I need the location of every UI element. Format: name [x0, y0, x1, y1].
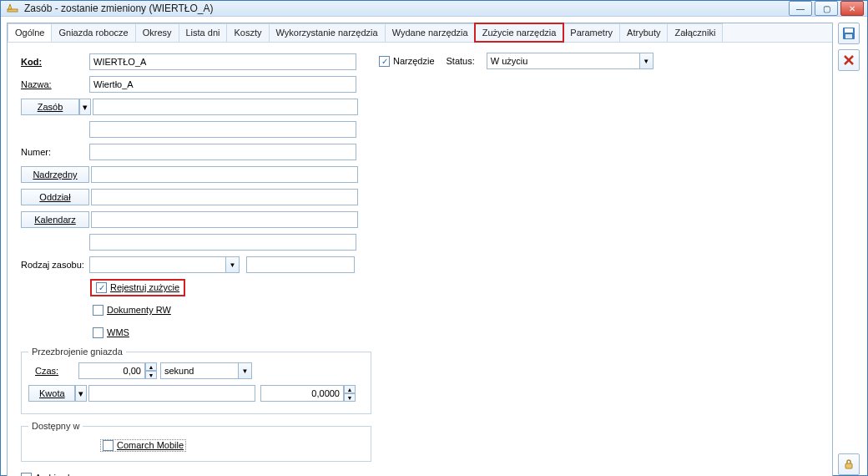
rodzaj-zasobu-extra-input[interactable] — [246, 256, 355, 273]
narzedzie-checkbox-wrap[interactable]: Narzędzie — [379, 56, 435, 67]
oddzial-button[interactable]: Oddział — [21, 189, 89, 205]
tab-atrybuty[interactable]: Atrybuty — [619, 23, 668, 42]
dostepny-group: Dostępny w Comarch Mobile — [21, 421, 371, 462]
chevron-down-icon[interactable]: ▼ — [225, 257, 239, 272]
narzedzie-label: Narzędzie — [393, 56, 435, 66]
client-area: OgólneGniazda roboczeOkresyLista dniKosz… — [1, 17, 867, 476]
minimize-button[interactable]: — — [789, 1, 812, 16]
kod-input[interactable] — [89, 53, 356, 70]
lock-button[interactable] — [838, 453, 860, 475]
kod-label: Kod: — [21, 57, 89, 67]
spin-down-icon[interactable]: ▼ — [145, 371, 157, 379]
kalendarz-extra-input[interactable] — [89, 234, 356, 251]
rejestruj-label: Rejestruj zużycie — [110, 282, 179, 292]
rodzaj-zasobu-combo[interactable]: ▼ — [89, 256, 240, 273]
kalendarz-button[interactable]: Kalendarz — [21, 211, 89, 228]
window: Zasób - zostanie zmieniony (WIERTŁO_A) —… — [0, 0, 868, 476]
tab-content-ogolne: Narzędzie Status: W użyciu ▼ Kod: Nazwa: — [8, 43, 832, 476]
status-label: Status: — [447, 56, 475, 66]
status-value: W użyciu — [487, 56, 639, 66]
window-buttons: — ▢ ✕ — [789, 1, 864, 16]
comarch-label: Comarch Mobile — [117, 440, 184, 450]
archiwalny-checkbox-wrap[interactable]: Archiwalny — [21, 473, 79, 477]
cancel-icon — [843, 54, 855, 66]
archiwalny-label: Archiwalny — [35, 473, 79, 476]
rejestruj-checkbox[interactable] — [96, 282, 107, 293]
nadrzedny-button[interactable]: Nadrzędny — [21, 166, 89, 183]
nazwa-label: Nazwa: — [21, 79, 89, 89]
zasob-arrow-button[interactable]: ▾ — [79, 99, 91, 115]
lock-icon — [843, 458, 855, 470]
wms-checkbox-wrap[interactable]: WMS — [93, 327, 129, 338]
kwota-num-input[interactable] — [260, 385, 344, 402]
dok-rw-checkbox-wrap[interactable]: Dokumenty RW — [93, 305, 171, 316]
tab-zużycie-narzędzia[interactable]: Zużycie narzędzia — [475, 23, 564, 42]
rejestruj-highlight: Rejestruj zużycie — [93, 281, 183, 294]
status-combo[interactable]: W użyciu ▼ — [487, 53, 654, 69]
maximize-button[interactable]: ▢ — [815, 1, 838, 16]
rejestruj-checkbox-wrap[interactable]: Rejestruj zużycie — [96, 282, 179, 293]
czas-unit-combo[interactable]: sekund ▼ — [160, 362, 252, 379]
close-button[interactable]: ✕ — [840, 1, 864, 16]
zasob-extra-input[interactable] — [89, 121, 356, 138]
tabs: OgólneGniazda roboczeOkresyLista dniKosz… — [8, 23, 832, 43]
tab-gniazda-robocze[interactable]: Gniazda robocze — [51, 23, 135, 42]
titlebar: Zasób - zostanie zmieniony (WIERTŁO_A) —… — [1, 1, 867, 17]
numer-input[interactable] — [89, 144, 356, 160]
przezbrojenie-group: Przezbrojenie gniazda Czas: ▲ ▼ sekund — [21, 347, 371, 414]
chevron-down-icon[interactable]: ▼ — [639, 53, 653, 68]
czas-unit-value: sekund — [161, 366, 238, 376]
svg-rect-3 — [845, 34, 852, 38]
cancel-button[interactable] — [838, 49, 860, 71]
dok-rw-label: Dokumenty RW — [107, 305, 171, 315]
rodzaj-zasobu-label: Rodzaj zasobu: — [21, 260, 89, 270]
svg-rect-6 — [845, 463, 852, 468]
spin-up-icon[interactable]: ▲ — [145, 362, 157, 371]
tab-załączniki[interactable]: Załączniki — [667, 23, 723, 42]
top-right-controls: Narzędzie Status: W użyciu ▼ — [379, 53, 654, 69]
kalendarz-input[interactable] — [91, 211, 358, 228]
side-toolbar — [838, 23, 861, 476]
tab-wydane-narzędzia[interactable]: Wydane narzędzia — [385, 23, 476, 42]
tab-lista-dni[interactable]: Lista dni — [179, 23, 228, 42]
comarch-checkbox[interactable] — [103, 440, 114, 451]
tab-okresy[interactable]: Okresy — [135, 23, 179, 42]
svg-rect-2 — [845, 28, 853, 33]
kwota-button[interactable]: Kwota — [28, 385, 75, 402]
tab-ogólne[interactable]: Ogólne — [8, 23, 52, 42]
nazwa-input[interactable] — [89, 76, 356, 93]
save-button[interactable] — [838, 23, 860, 44]
window-title: Zasób - zostanie zmieniony (WIERTŁO_A) — [24, 3, 789, 14]
przezbrojenie-legend: Przezbrojenie gniazda — [28, 347, 126, 357]
dok-rw-checkbox[interactable] — [93, 305, 103, 316]
wms-label: WMS — [107, 327, 129, 337]
chevron-down-icon[interactable]: ▼ — [238, 363, 251, 378]
czas-spinner[interactable]: ▲ ▼ — [78, 362, 157, 379]
nadrzedny-input[interactable] — [91, 166, 358, 183]
czas-label: Czas: — [28, 366, 78, 376]
spin-down-icon[interactable]: ▼ — [344, 393, 356, 402]
spin-up-icon[interactable]: ▲ — [344, 385, 356, 393]
tab-koszty[interactable]: Koszty — [226, 23, 269, 42]
comarch-checkbox-wrap[interactable]: Comarch Mobile — [100, 439, 186, 452]
main-panel: OgólneGniazda roboczeOkresyLista dniKosz… — [7, 23, 833, 476]
tab-wykorzystanie-narzędzia[interactable]: Wykorzystanie narzędzia — [269, 23, 386, 42]
wms-checkbox[interactable] — [93, 327, 103, 338]
czas-input[interactable] — [78, 362, 145, 379]
oddzial-input[interactable] — [91, 189, 358, 205]
app-icon — [6, 2, 19, 15]
save-icon — [842, 27, 855, 40]
dostepny-legend: Dostępny w — [28, 421, 83, 431]
zasob-input[interactable] — [93, 99, 358, 115]
kwota-num-spinner[interactable]: ▲ ▼ — [260, 385, 356, 402]
kwota-input[interactable] — [88, 385, 255, 402]
archiwalny-checkbox[interactable] — [21, 473, 32, 477]
numer-label: Numer: — [21, 147, 89, 157]
narzedzie-checkbox[interactable] — [379, 56, 390, 67]
zasob-button[interactable]: Zasób — [21, 99, 79, 115]
tab-parametry[interactable]: Parametry — [563, 23, 620, 42]
kwota-arrow-button[interactable]: ▾ — [75, 385, 87, 402]
